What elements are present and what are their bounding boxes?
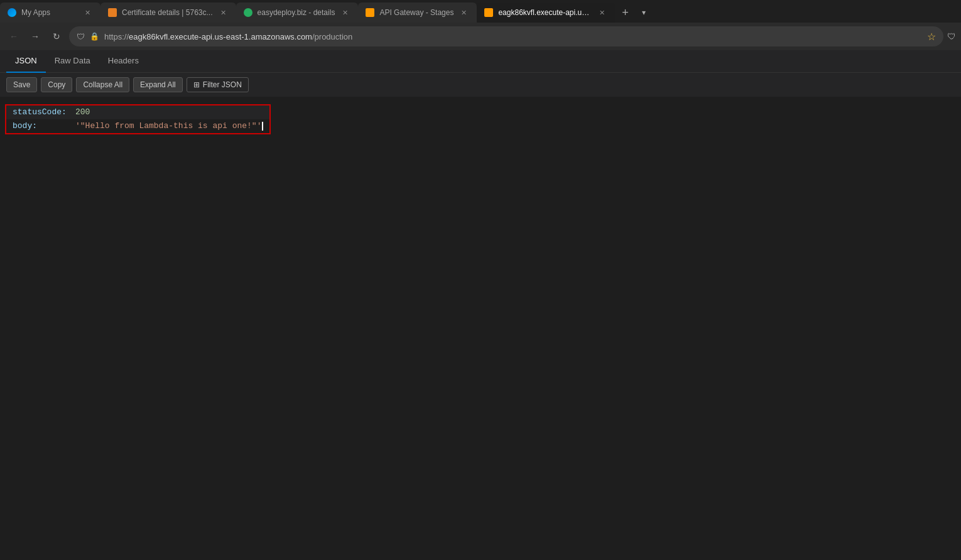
json-value-body: '"Hello from Lambda-this is api one!"' <box>75 121 263 131</box>
favicon-aws-icon <box>366 8 374 17</box>
tab-exec-api-close[interactable]: ✕ <box>597 8 607 18</box>
json-selection-highlight: statusCode: 200 body: '"Hello from Lambd… <box>5 104 271 134</box>
favicon-easy-icon <box>244 8 252 17</box>
json-content-area: statusCode: 200 body: '"Hello from Lambd… <box>0 97 961 142</box>
tab-api-gateway-close[interactable]: ✕ <box>459 8 469 18</box>
tab-exec-api-label: eagk86kvfl.execute-api.us-ea... <box>498 8 592 17</box>
address-path: /production <box>312 32 352 41</box>
tab-my-apps[interactable]: My Apps ✕ <box>0 3 100 23</box>
json-toolbar: Save Copy Collapse All Expand All ⊞ Filt… <box>0 73 961 97</box>
browser-chrome: My Apps ✕ Certificate details | 5763c...… <box>0 0 961 97</box>
favicon-cert-icon <box>108 8 117 17</box>
json-row-body: body: '"Hello from Lambda-this is api on… <box>6 119 269 133</box>
view-tab-json-label: JSON <box>15 56 37 65</box>
filter-json-label: Filter JSON <box>203 80 242 89</box>
json-row-status-code: statusCode: 200 <box>6 105 269 119</box>
lock-icon: 🔒 <box>90 32 99 41</box>
address-protocol: https:// <box>104 32 129 41</box>
tab-easydeploy-label: easydeploy.biz - details <box>258 8 335 17</box>
view-tab-raw-label: Raw Data <box>55 56 90 65</box>
address-bar-row: ← → ↻ 🛡 🔒 https://eagk86kvfl.execute-api… <box>0 23 961 50</box>
shield-icon: 🛡 <box>77 32 85 41</box>
tab-easydeploy-close[interactable]: ✕ <box>340 8 350 18</box>
address-host: eagk86kvfl.execute-api.us-east-1.amazona… <box>129 32 312 41</box>
cursor-indicator <box>262 122 263 131</box>
json-key-body: body: <box>13 121 75 131</box>
view-tab-headers[interactable]: Headers <box>99 50 148 73</box>
copy-button[interactable]: Copy <box>41 77 72 92</box>
reload-button[interactable]: ↻ <box>48 28 65 45</box>
save-button[interactable]: Save <box>6 77 37 92</box>
address-text: https://eagk86kvfl.execute-api.us-east-1… <box>104 32 922 41</box>
favicon-exec-icon <box>484 8 493 17</box>
tab-easydeploy[interactable]: easydeploy.biz - details ✕ <box>236 3 359 23</box>
json-value-status-code: 200 <box>75 107 90 117</box>
back-button[interactable]: ← <box>5 28 23 45</box>
json-key-status-code: statusCode: <box>13 107 75 117</box>
collapse-all-button[interactable]: Collapse All <box>76 77 129 92</box>
filter-icon: ⊞ <box>193 80 200 89</box>
favorite-star-icon[interactable]: ☆ <box>927 31 936 43</box>
tab-api-gateway-label: API Gateway - Stages <box>379 8 453 17</box>
new-tab-button[interactable]: + <box>615 3 635 23</box>
filter-json-button[interactable]: ⊞ Filter JSON <box>187 77 249 92</box>
tab-cert-close[interactable]: ✕ <box>218 8 229 18</box>
forward-button[interactable]: → <box>26 28 44 45</box>
view-tab-json[interactable]: JSON <box>6 50 46 73</box>
tab-cert-label: Certificate details | 5763c... <box>122 8 213 17</box>
reading-mode-icon[interactable]: 🛡 <box>947 31 956 41</box>
tab-bar: My Apps ✕ Certificate details | 5763c...… <box>0 0 961 23</box>
tab-exec-api[interactable]: eagk86kvfl.execute-api.us-ea... ✕ <box>477 3 615 23</box>
view-tab-raw[interactable]: Raw Data <box>46 50 99 73</box>
tab-my-apps-label: My Apps <box>21 8 77 17</box>
view-tab-headers-label: Headers <box>108 56 139 65</box>
tab-api-gateway[interactable]: API Gateway - Stages ✕ <box>358 3 477 23</box>
favicon-edge-icon <box>8 8 16 17</box>
address-bar[interactable]: 🛡 🔒 https://eagk86kvfl.execute-api.us-ea… <box>69 26 943 46</box>
tab-cert-details[interactable]: Certificate details | 5763c... ✕ <box>100 3 236 23</box>
content-toolbar: JSON Raw Data Headers <box>0 50 961 73</box>
expand-all-button[interactable]: Expand All <box>133 77 183 92</box>
tab-my-apps-close[interactable]: ✕ <box>82 8 93 18</box>
tab-dropdown-button[interactable]: ▾ <box>635 3 653 23</box>
